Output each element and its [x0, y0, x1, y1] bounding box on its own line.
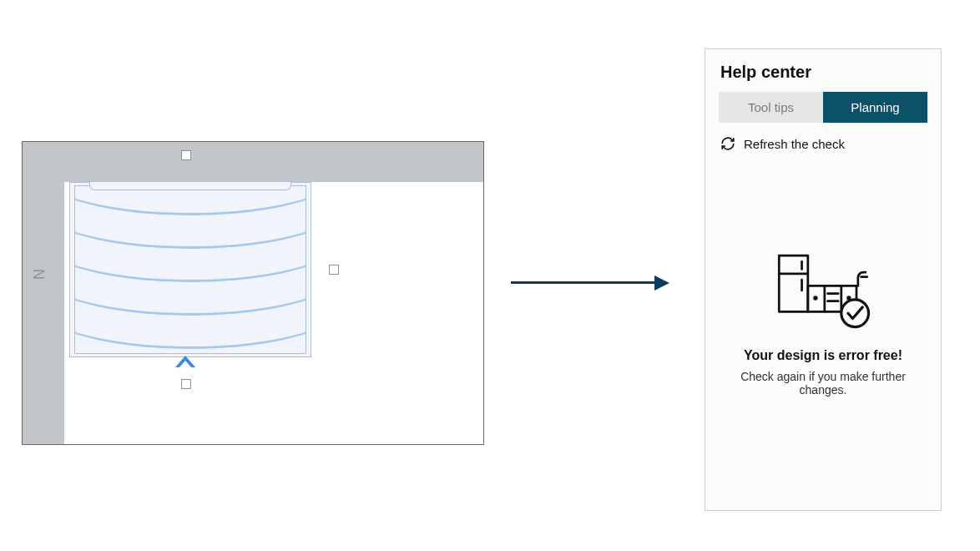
svg-point-10	[848, 297, 851, 300]
flow-arrow-icon	[511, 276, 669, 291]
floorplan-canvas[interactable]: N	[22, 141, 484, 445]
resize-handle-right[interactable]	[329, 265, 339, 275]
drag-arrow-icon-inner	[179, 361, 192, 368]
tab-planning[interactable]: Planning	[823, 92, 927, 123]
refresh-check-button[interactable]: Refresh the check	[705, 123, 941, 164]
tab-tool-tips[interactable]: Tool tips	[719, 92, 823, 123]
resize-handle-bottom[interactable]	[181, 379, 191, 389]
compass-north-label: N	[31, 269, 48, 280]
cabinet-pattern	[74, 185, 306, 354]
svg-rect-0	[779, 255, 808, 311]
svg-point-12	[841, 300, 869, 327]
help-center-panel: Help center Tool tips Planning Refresh t…	[705, 48, 942, 511]
wall-top	[23, 142, 483, 182]
help-center-title: Help center	[705, 49, 941, 92]
kitchen-ok-illustration	[705, 248, 941, 331]
refresh-check-label: Refresh the check	[744, 137, 845, 151]
resize-handle-top[interactable]	[181, 150, 191, 160]
status-subtext: Check again if you make further changes.	[705, 370, 941, 397]
svg-point-9	[815, 297, 817, 300]
help-tabs: Tool tips Planning	[719, 92, 927, 123]
status-heading: Your design is error free!	[705, 348, 941, 363]
refresh-icon	[720, 136, 735, 151]
cabinet-top-edge	[89, 182, 291, 190]
wall-left	[23, 142, 64, 444]
